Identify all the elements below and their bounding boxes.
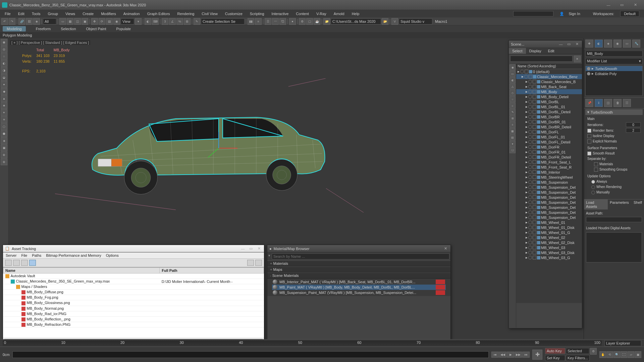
scene-item[interactable]: ▸MB_DorBR_01: [516, 119, 582, 124]
update-always-radio[interactable]: Always: [591, 179, 641, 184]
nav-zoom-button[interactable]: 🔍: [613, 351, 620, 358]
menu-content[interactable]: Content: [292, 11, 312, 16]
menu-group[interactable]: Group: [44, 11, 61, 16]
bind-button[interactable]: ◈: [33, 18, 40, 25]
asset-menu-bitmapperformanceandmemory[interactable]: Bitmap Performance and Memory: [46, 253, 101, 257]
ltool-2[interactable]: ◎: [1, 46, 7, 53]
vray-menu-button[interactable]: V: [391, 18, 398, 25]
scene-item[interactable]: ▸MB_DorFL_Deteil: [516, 139, 582, 144]
ribbon-tab-selection[interactable]: Selection: [61, 27, 76, 31]
next-frame-button[interactable]: ▶▶: [515, 352, 522, 358]
asset-row[interactable]: MB_Body_Glossiness.png: [3, 300, 264, 306]
viewport-label[interactable]: [ + ] [ Perspective ] [ Standard ] [ Edg…: [10, 40, 90, 45]
asset-row[interactable]: MB_Body_Reflection_.png: [3, 316, 264, 322]
scene-max-button[interactable]: ▭: [566, 42, 572, 46]
place-button[interactable]: ◉: [113, 18, 120, 25]
ltool-11[interactable]: ✦: [1, 109, 7, 116]
create-tab-icon[interactable]: ✚: [585, 40, 593, 48]
se-tool-7[interactable]: ☼: [509, 103, 516, 109]
vray-preset-dropdown[interactable]: Squid Studio v: [399, 18, 432, 24]
nav-orbit-button[interactable]: ⟲: [606, 351, 613, 358]
ltool-17[interactable]: ⊕: [1, 152, 7, 158]
menu-file[interactable]: File: [1, 11, 14, 16]
visibility-icon[interactable]: [528, 195, 532, 199]
se-tool-2[interactable]: ▭: [509, 71, 516, 77]
scene-item[interactable]: ▸MB_Suspension_Det: [516, 195, 582, 200]
rollout-turbosmooth[interactable]: ▾TurboSmooth: [585, 109, 643, 115]
scene-item[interactable]: ▸MB_DorFR_Deteil: [516, 155, 582, 160]
schematic-button[interactable]: ⿻: [279, 18, 286, 25]
ribbon-tab-freeform[interactable]: Freeform: [36, 27, 51, 31]
manip-button[interactable]: ◐: [145, 18, 151, 25]
ltool-14[interactable]: ⬢: [1, 130, 7, 137]
visibility-icon[interactable]: [528, 145, 532, 149]
visibility-icon[interactable]: [528, 165, 532, 169]
unlink-button[interactable]: ⛓: [26, 18, 33, 25]
mat-list[interactable]: MB_Interior_Paint_MAT ( VRayMtl ) [MB_Ba…: [267, 279, 450, 296]
redo-button[interactable]: ↷: [9, 18, 15, 25]
se-tool-4[interactable]: △: [509, 83, 516, 89]
menu-customize[interactable]: Customize: [222, 11, 246, 16]
angle-snap-button[interactable]: ∠: [169, 18, 176, 25]
select-button[interactable]: ▭: [59, 18, 66, 25]
asset-menu-file[interactable]: File: [21, 253, 27, 257]
sign-in-button[interactable]: 👤 Sign In: [556, 11, 587, 17]
hierarchy-tab-icon[interactable]: ◈: [604, 40, 612, 48]
scene-tab-select[interactable]: Select: [509, 48, 526, 54]
visibility-icon[interactable]: [528, 226, 532, 229]
asset-btn-r2[interactable]: [255, 260, 262, 266]
freeze-icon[interactable]: [533, 221, 536, 224]
scene-item[interactable]: ▸MB_Suspension_Det: [516, 185, 582, 190]
freeze-icon[interactable]: [533, 205, 536, 209]
menu-help[interactable]: Help: [348, 11, 363, 16]
project-path-dropdown[interactable]: C:\Users\St...ds Max 2020: [331, 18, 381, 24]
maxscript-listener[interactable]: [12, 351, 489, 358]
region-button[interactable]: ◫: [74, 18, 81, 25]
named-selection-dropdown[interactable]: Create Selection Se: [201, 18, 245, 24]
key-opts-button[interactable]: ⚙: [590, 348, 597, 355]
freeze-icon[interactable]: [525, 70, 528, 73]
freeze-icon[interactable]: [533, 180, 536, 184]
render-iters-checkbox[interactable]: Render Iters:: [587, 128, 614, 133]
smooth-result-checkbox[interactable]: Smooth Result: [587, 151, 641, 156]
asset-table[interactable]: NameFull PathAutodesk VaultClassic_Merce…: [3, 267, 264, 327]
scene-item[interactable]: ▸MB_Suspension_Det: [516, 210, 582, 215]
se-tool-10[interactable]: ≡: [509, 122, 516, 128]
asset-min-button[interactable]: —: [240, 247, 246, 251]
asset-row[interactable]: MB_Body_Diffuse.png: [3, 290, 264, 295]
display-tab-icon[interactable]: ▭: [623, 40, 631, 48]
asset-menu-server[interactable]: Server: [6, 253, 16, 257]
ribbon-tab-modeling[interactable]: Modeling: [3, 26, 26, 32]
spinner-snap-button[interactable]: ⊞: [184, 18, 191, 25]
scene-item[interactable]: ▸MB_DorBR_Deteil: [516, 124, 582, 129]
render-frame-button[interactable]: ▢: [306, 18, 313, 25]
scene-item[interactable]: ▸MB_Body: [516, 89, 582, 94]
freeze-icon[interactable]: [533, 125, 536, 129]
scene-item[interactable]: ▸MB_Wheel_01_Disk: [516, 225, 582, 230]
freeze-icon[interactable]: [533, 100, 536, 104]
ltool-10[interactable]: ★: [1, 102, 7, 109]
visibility-icon[interactable]: [528, 200, 532, 204]
scene-item[interactable]: ▸MB_Interior: [516, 170, 582, 175]
asset-menu-options[interactable]: Options: [106, 253, 119, 257]
freeze-icon[interactable]: [533, 105, 536, 109]
freeze-icon[interactable]: [533, 155, 536, 159]
scene-item[interactable]: ▸MB_Wheel_02_Disk: [516, 240, 582, 245]
update-render-radio[interactable]: When Rendering: [591, 184, 641, 190]
visibility-icon[interactable]: [524, 75, 528, 78]
ltool-13[interactable]: ⬡: [1, 123, 7, 130]
freeze-icon[interactable]: [533, 231, 536, 234]
menu-create[interactable]: Create: [79, 11, 97, 16]
menu-interactive[interactable]: Interactive: [268, 11, 292, 16]
visibility-icon[interactable]: [528, 241, 532, 244]
scale-button[interactable]: ▤: [106, 18, 113, 25]
layer-explorer-button[interactable]: ☰: [265, 18, 271, 25]
freeze-icon[interactable]: [533, 241, 536, 244]
asset-btn-1[interactable]: [5, 260, 12, 266]
se-tool-13[interactable]: ▾: [509, 141, 516, 147]
bulb-icon[interactable]: [587, 67, 590, 70]
freeze-icon[interactable]: [533, 195, 536, 199]
pivot-button[interactable]: ▾: [135, 18, 142, 25]
percent-snap-button[interactable]: %: [176, 18, 183, 25]
freeze-icon[interactable]: [533, 175, 536, 179]
